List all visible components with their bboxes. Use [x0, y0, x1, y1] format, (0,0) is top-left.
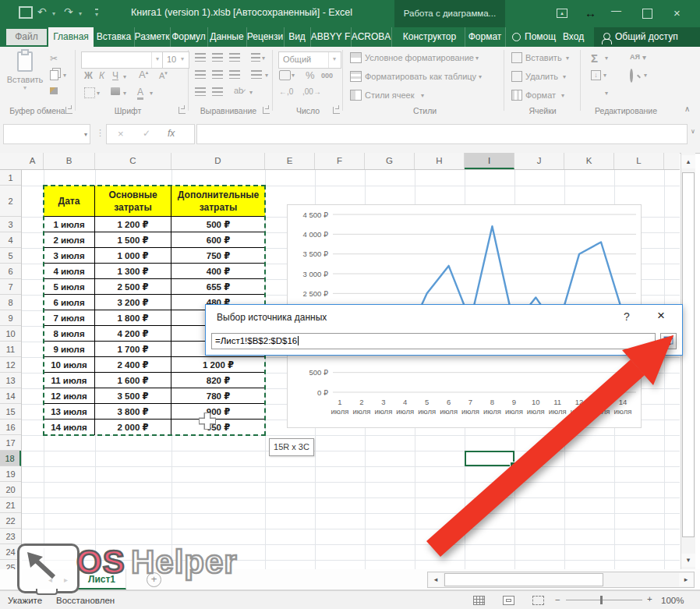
- active-cell-I18[interactable]: [465, 451, 514, 466]
- decrease-indent-icon[interactable]: [195, 87, 206, 96]
- align-center-icon[interactable]: [212, 70, 223, 79]
- borders-dropdown-icon[interactable]: ▾: [97, 90, 100, 97]
- fill-color-icon[interactable]: [111, 87, 120, 95]
- zoom-in-button[interactable]: +: [647, 594, 652, 604]
- decrease-decimal-icon[interactable]: ,00→: [302, 87, 321, 96]
- wrap-text-icon[interactable]: ab̷: [234, 86, 243, 95]
- copy-icon[interactable]: [50, 70, 58, 80]
- cancel-entry-icon[interactable]: ×: [118, 128, 124, 140]
- row-header-3[interactable]: 3: [0, 217, 21, 232]
- delete-cells-dropdown-icon[interactable]: ▾: [563, 73, 566, 80]
- orientation-icon[interactable]: [251, 53, 260, 62]
- cell-styles-button[interactable]: Стили ячеек: [365, 90, 414, 100]
- tab-формат[interactable]: Формат: [465, 27, 506, 47]
- collapse-dialog-button[interactable]: [660, 333, 677, 349]
- column-header-B[interactable]: B: [44, 153, 95, 169]
- fill-down-icon[interactable]: ↓: [591, 70, 601, 80]
- column-header-K[interactable]: K: [564, 153, 614, 169]
- align-top-icon[interactable]: [195, 53, 206, 62]
- font-name-combo[interactable]: ▾: [81, 51, 164, 69]
- insert-cells-dropdown-icon[interactable]: ▾: [566, 55, 569, 62]
- row-headers[interactable]: 1234567891011121314151617181920212223242…: [0, 170, 22, 569]
- column-header-H[interactable]: H: [415, 153, 465, 169]
- bold-button[interactable]: Ж: [84, 70, 93, 81]
- tab-формул[interactable]: Формул: [170, 27, 208, 47]
- name-box[interactable]: ▾: [3, 124, 90, 144]
- collapse-ribbon-icon[interactable]: ∧: [684, 104, 690, 113]
- orientation-dropdown-icon[interactable]: ▾: [262, 55, 265, 62]
- scroll-right-icon[interactable]: ▸: [679, 573, 693, 586]
- row-header-14[interactable]: 14: [0, 388, 21, 404]
- increase-indent-icon[interactable]: [212, 87, 223, 96]
- row-header-16[interactable]: 16: [0, 420, 21, 435]
- font-color-dropdown-icon[interactable]: ▾: [150, 90, 153, 97]
- percent-style-button[interactable]: %: [306, 69, 315, 81]
- align-right-icon[interactable]: [229, 70, 240, 79]
- accounting-format-icon[interactable]: [279, 70, 291, 80]
- redo-dropdown-icon[interactable]: ▾: [79, 10, 82, 17]
- row-header-12[interactable]: 12: [0, 357, 21, 373]
- number-dialog-launcher-icon[interactable]: [333, 107, 340, 114]
- clipboard-dialog-launcher-icon[interactable]: [65, 107, 72, 114]
- merge-dropdown-icon[interactable]: ▾: [265, 72, 268, 79]
- row-header-22[interactable]: 22: [0, 513, 21, 529]
- borders-button[interactable]: [84, 87, 95, 98]
- row-header-9[interactable]: 9: [0, 310, 21, 326]
- alignment-dialog-launcher-icon[interactable]: [263, 107, 270, 114]
- zoom-out-button[interactable]: −: [555, 595, 560, 604]
- copy-dropdown-icon[interactable]: ▾: [63, 72, 66, 79]
- scroll-down-icon[interactable]: ▾: [681, 554, 695, 567]
- font-name-dropdown-icon[interactable]: ▾: [151, 52, 163, 68]
- dialog-close-button[interactable]: ×: [653, 308, 669, 324]
- row-header-21[interactable]: 21: [0, 497, 21, 513]
- align-bottom-icon[interactable]: [229, 53, 240, 62]
- customize-qat-icon[interactable]: ▾: [95, 9, 98, 18]
- format-painter-icon[interactable]: [50, 87, 58, 94]
- tab-вид[interactable]: Вид: [284, 27, 311, 47]
- row-header-11[interactable]: 11: [0, 342, 21, 357]
- horizontal-scrollbar[interactable]: ◂ ▸: [427, 572, 695, 588]
- tab-главная[interactable]: Главная: [48, 27, 94, 47]
- column-header-G[interactable]: G: [365, 153, 415, 169]
- grow-font-button[interactable]: А▴: [139, 69, 148, 80]
- autosum-button[interactable]: Σ: [591, 51, 598, 65]
- italic-button[interactable]: К: [99, 70, 104, 81]
- insert-function-icon[interactable]: fx: [168, 128, 175, 139]
- format-as-table-dropdown-icon[interactable]: ▾: [479, 73, 482, 80]
- formula-input[interactable]: [196, 124, 688, 144]
- fill-dropdown-icon[interactable]: ▾: [603, 72, 606, 79]
- tab-конструктор[interactable]: Конструктор: [394, 27, 465, 47]
- autosum-dropdown-icon[interactable]: ▾: [605, 55, 608, 62]
- row-header-1[interactable]: 1: [0, 170, 21, 186]
- tab-разметк[interactable]: Разметк: [134, 27, 171, 47]
- align-middle-icon[interactable]: [212, 53, 223, 62]
- expand-formula-bar-icon[interactable]: ∨: [691, 128, 695, 135]
- row-header-2[interactable]: 2: [0, 186, 21, 217]
- row-header-8[interactable]: 8: [0, 295, 21, 310]
- row-header-6[interactable]: 6: [0, 264, 21, 279]
- delete-cells-button[interactable]: Удалить: [525, 72, 558, 81]
- font-size-combo[interactable]: 10▾: [162, 51, 189, 69]
- font-dialog-launcher-icon[interactable]: [179, 107, 186, 114]
- number-format-dropdown-icon[interactable]: ▾: [328, 52, 340, 68]
- page-layout-view-icon[interactable]: [503, 596, 514, 605]
- redo-icon[interactable]: ↷: [64, 6, 73, 17]
- maximize-button[interactable]: [642, 9, 652, 19]
- format-as-table-button[interactable]: Форматировать как таблицу: [365, 72, 476, 81]
- sort-filter-icon[interactable]: АЯ: [630, 53, 640, 61]
- column-header-A[interactable]: A: [22, 153, 44, 169]
- row-header-5[interactable]: 5: [0, 248, 21, 264]
- dialog-help-button[interactable]: ?: [620, 310, 633, 323]
- font-size-dropdown-icon[interactable]: ▾: [177, 52, 188, 68]
- align-left-icon[interactable]: [195, 70, 206, 79]
- sign-in-button[interactable]: Вход: [563, 27, 584, 47]
- find-select-icon[interactable]: [630, 70, 633, 81]
- context-tab-group-header[interactable]: Работа с диаграмма...: [394, 0, 505, 27]
- minimize-button[interactable]: —: [611, 5, 621, 16]
- underline-button[interactable]: Ч: [112, 70, 118, 81]
- row-header-18[interactable]: 18: [0, 451, 21, 466]
- row-header-17[interactable]: 17: [0, 435, 21, 451]
- format-cells-button[interactable]: Формат: [525, 90, 556, 100]
- accounting-dropdown-icon[interactable]: ▾: [292, 72, 295, 79]
- zoom-level[interactable]: 100%: [661, 596, 684, 605]
